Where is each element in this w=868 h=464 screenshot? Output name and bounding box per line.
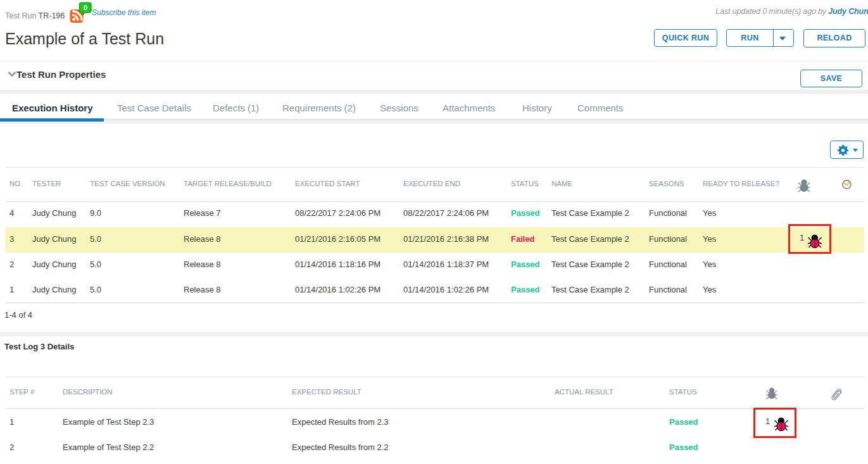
svg-text:0: 0 — [84, 4, 87, 11]
